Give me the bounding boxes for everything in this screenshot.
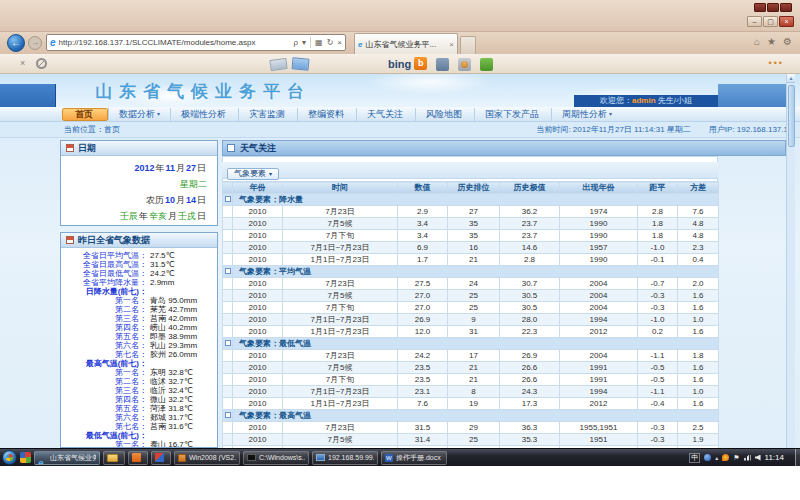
- taskbar-button[interactable]: 操作手册.docx -...: [381, 451, 447, 465]
- table-group-row[interactable]: 气象要素：降水量: [223, 194, 719, 206]
- nav-item[interactable]: 首页: [62, 108, 108, 121]
- stat-label[interactable]: 第一名：: [61, 440, 147, 448]
- home-icon[interactable]: ⌂: [754, 36, 760, 47]
- toolbar-close-icon[interactable]: ×: [20, 58, 25, 68]
- expand-icon[interactable]: [225, 412, 231, 418]
- nav-item[interactable]: 灾害监测: [238, 108, 297, 121]
- stat-label[interactable]: 第四名：: [61, 395, 147, 404]
- taskbar-button[interactable]: 山东省气候业务平...: [34, 451, 100, 465]
- bing-logo[interactable]: bing: [388, 58, 411, 70]
- stat-label[interactable]: 第六名：: [61, 413, 147, 422]
- nav-item[interactable]: 风险地图: [415, 108, 474, 121]
- stat-label[interactable]: 最高气温(前七)：: [61, 359, 147, 368]
- expand-icon[interactable]: [225, 340, 231, 346]
- new-tab-button[interactable]: [460, 36, 476, 54]
- table-row[interactable]: 20107月5候31.42535.31951-0.31.9: [223, 434, 719, 446]
- language-indicator[interactable]: 中: [689, 453, 700, 463]
- nav-item[interactable]: 国家下发产品: [474, 108, 551, 121]
- addon-icon[interactable]: [480, 58, 493, 71]
- scroll-up-icon[interactable]: ▲: [787, 74, 795, 83]
- table-row[interactable]: 20107月1日~7月23日6.91614.61957-1.02.3: [223, 242, 719, 254]
- favorites-icon[interactable]: ★: [767, 36, 776, 47]
- stat-label[interactable]: 最低气温(前七)：: [61, 431, 147, 440]
- tab-close-icon[interactable]: ×: [449, 40, 454, 49]
- column-header[interactable]: 时间: [283, 182, 398, 194]
- table-row[interactable]: 20107月下旬27.02530.52004-0.31.6: [223, 302, 719, 314]
- column-header[interactable]: 数值: [398, 182, 448, 194]
- column-header[interactable]: 距平: [638, 182, 678, 194]
- nav-item[interactable]: 天气关注: [356, 108, 415, 121]
- table-row[interactable]: 20107月23日27.52430.72004-0.72.0: [223, 278, 719, 290]
- tray-flame-icon[interactable]: [722, 454, 729, 461]
- scrollbar-thumb[interactable]: [788, 85, 795, 147]
- taskbar-button[interactable]: 192.168.59.99...: [312, 451, 378, 465]
- network-icon[interactable]: [744, 455, 751, 461]
- stat-label[interactable]: 日降水量(前七)：: [61, 287, 147, 296]
- table-row[interactable]: 20101月1日~7月23日12.03122.320120.21.6: [223, 326, 719, 338]
- stat-label[interactable]: 第四名：: [61, 323, 147, 332]
- nav-item[interactable]: 周期性分析 ▾: [551, 108, 622, 121]
- more-options-icon[interactable]: •••: [769, 58, 784, 68]
- table-row[interactable]: 20107月下旬23.52126.61991-0.51.6: [223, 374, 719, 386]
- taskbar-button[interactable]: C:\Windows\s...: [243, 451, 309, 465]
- stat-label[interactable]: 第三名：: [61, 314, 147, 323]
- stat-label[interactable]: 第五名：: [61, 332, 147, 341]
- element-filter-button[interactable]: 气象要素 ▾: [227, 168, 279, 180]
- browser-tab[interactable]: e 山东省气候业务平... ×: [354, 33, 458, 54]
- search-icon[interactable]: ρ: [293, 38, 298, 47]
- stat-label[interactable]: 第六名：: [61, 341, 147, 350]
- tray-expand-icon[interactable]: ▴: [715, 454, 718, 461]
- table-row[interactable]: 20107月5候27.02530.52004-0.31.6: [223, 290, 719, 302]
- table-row[interactable]: 20107月5候3.43523.719901.84.8: [223, 218, 719, 230]
- minimize-button[interactable]: –: [747, 16, 762, 27]
- taskbar-button[interactable]: [128, 451, 148, 465]
- stat-label[interactable]: 全省平均降水量：: [61, 278, 147, 287]
- nav-item[interactable]: 整编资料: [297, 108, 356, 121]
- stat-label[interactable]: 第七名：: [61, 422, 147, 431]
- stat-label[interactable]: 第一名：: [61, 368, 147, 377]
- table-row[interactable]: 20101月1日~7月23日1.7212.81990-0.10.4: [223, 254, 719, 266]
- stat-label[interactable]: 第一名：: [61, 296, 147, 305]
- taskbar-button[interactable]: [103, 451, 125, 465]
- taskbar-button[interactable]: [151, 451, 171, 465]
- nav-item[interactable]: 数据分析 ▾: [108, 108, 170, 121]
- forward-button[interactable]: →: [28, 36, 42, 50]
- tray-app-icon[interactable]: [704, 454, 711, 461]
- url-input[interactable]: [59, 37, 290, 49]
- bing-search-button[interactable]: b: [414, 57, 427, 70]
- show-desktop-button[interactable]: [795, 449, 800, 467]
- page-scrollbar[interactable]: ▲: [786, 74, 795, 448]
- table-row[interactable]: 20107月23日24.21726.92004-1.11.8: [223, 350, 719, 362]
- mail-icon[interactable]: [292, 57, 310, 70]
- table-group-row[interactable]: 气象要素：平均气温: [223, 266, 719, 278]
- table-row[interactable]: 20107月5候23.52126.61991-0.51.6: [223, 362, 719, 374]
- table-row[interactable]: 20101月1日~7月23日7.61917.32012-0.41.6: [223, 398, 719, 410]
- back-button[interactable]: ←: [7, 34, 25, 52]
- nav-item[interactable]: 极端性分析: [170, 108, 238, 121]
- pinned-app-icon[interactable]: [20, 452, 31, 463]
- table-group-row[interactable]: 气象要素：最高气温: [223, 410, 719, 422]
- expand-icon[interactable]: [225, 268, 231, 274]
- column-header[interactable]: 出现年份: [560, 182, 638, 194]
- stat-label[interactable]: 第二名：: [61, 305, 147, 314]
- stat-label[interactable]: 全省日平均气温：: [61, 251, 147, 260]
- expand-icon[interactable]: [225, 196, 231, 202]
- volume-icon[interactable]: [755, 455, 761, 461]
- refresh-icon[interactable]: ↻: [327, 38, 334, 47]
- table-row[interactable]: 20107月23日2.92736.219742.87.6: [223, 206, 719, 218]
- table-row[interactable]: 20107月下旬3.43523.719901.84.8: [223, 230, 719, 242]
- blocked-icon[interactable]: [36, 58, 47, 69]
- table-row[interactable]: 20107月1日~7月23日23.1824.31994-1.11.0: [223, 386, 719, 398]
- column-header[interactable]: 方差: [678, 182, 719, 194]
- close-button[interactable]: ×: [779, 16, 794, 27]
- stat-label[interactable]: 第三名：: [61, 386, 147, 395]
- clock[interactable]: 11:14: [765, 453, 784, 462]
- column-header[interactable]: 年份: [233, 182, 283, 194]
- search-dropdown-icon[interactable]: ▾: [302, 38, 306, 47]
- table-row[interactable]: 20107月1日~7月23日26.9928.01994-1.01.0: [223, 314, 719, 326]
- action-center-icon[interactable]: ⚑: [733, 454, 739, 462]
- camera-icon[interactable]: [436, 58, 449, 71]
- address-bar[interactable]: e ρ ▾ ▦ ↻ ×: [46, 34, 346, 51]
- taskbar-button[interactable]: Win2008 (VS2...: [174, 451, 240, 465]
- stat-label[interactable]: 全省日最低气温：: [61, 269, 147, 278]
